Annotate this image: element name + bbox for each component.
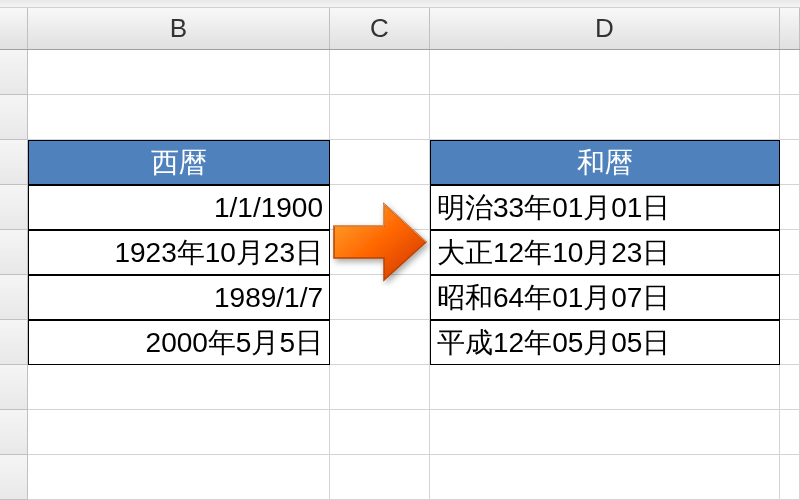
column-headers-row: B C D <box>0 8 800 50</box>
cell[interactable] <box>430 95 780 140</box>
row-header[interactable] <box>0 275 28 320</box>
row-header[interactable] <box>0 95 28 140</box>
cell[interactable] <box>330 320 430 365</box>
west-date-cell[interactable]: 1923年10月23日 <box>28 230 330 275</box>
cell[interactable] <box>330 140 430 185</box>
west-calendar-header[interactable]: 西暦 <box>28 140 330 185</box>
row-header[interactable] <box>0 230 28 275</box>
cell[interactable] <box>780 185 800 230</box>
cell[interactable] <box>780 230 800 275</box>
table-row <box>0 410 800 455</box>
spreadsheet-grid[interactable]: B C D 西暦 和暦 <box>0 8 800 500</box>
column-header-C[interactable]: C <box>330 8 430 49</box>
cell[interactable] <box>780 455 800 500</box>
row-header[interactable] <box>0 455 28 500</box>
table-row <box>0 50 800 95</box>
cell[interactable] <box>28 410 330 455</box>
cell[interactable] <box>330 365 430 410</box>
row-header[interactable] <box>0 140 28 185</box>
west-date-cell[interactable]: 1/1/1900 <box>28 185 330 230</box>
cell[interactable] <box>780 50 800 95</box>
cell[interactable] <box>330 95 430 140</box>
column-header-B[interactable]: B <box>28 8 330 49</box>
column-header-D[interactable]: D <box>430 8 780 49</box>
cell[interactable] <box>28 95 330 140</box>
cell[interactable] <box>28 50 330 95</box>
table-row <box>0 455 800 500</box>
cell[interactable] <box>330 50 430 95</box>
row-header[interactable] <box>0 185 28 230</box>
cell[interactable] <box>330 410 430 455</box>
window-top-bar <box>0 0 800 8</box>
japanese-date-cell[interactable]: 明治33年01月01日 <box>430 185 780 230</box>
cell[interactable] <box>780 410 800 455</box>
row-header[interactable] <box>0 50 28 95</box>
japanese-date-cell[interactable]: 平成12年05月05日 <box>430 320 780 365</box>
japanese-date-cell[interactable]: 大正12年10月23日 <box>430 230 780 275</box>
cell[interactable] <box>430 410 780 455</box>
row-header[interactable] <box>0 410 28 455</box>
cell[interactable] <box>780 95 800 140</box>
column-header-E[interactable] <box>780 8 800 49</box>
japanese-date-cell[interactable]: 昭和64年01月07日 <box>430 275 780 320</box>
cell[interactable] <box>28 455 330 500</box>
west-date-cell[interactable]: 2000年5月5日 <box>28 320 330 365</box>
table-row: 西暦 和暦 <box>0 140 800 185</box>
table-row <box>0 365 800 410</box>
table-row: 2000年5月5日 平成12年05月05日 <box>0 320 800 365</box>
cell[interactable] <box>430 365 780 410</box>
row-header[interactable] <box>0 320 28 365</box>
select-all-corner[interactable] <box>0 8 28 49</box>
arrow-right-icon[interactable] <box>326 192 434 292</box>
cell[interactable] <box>780 140 800 185</box>
row-header[interactable] <box>0 365 28 410</box>
table-row <box>0 95 800 140</box>
west-date-cell[interactable]: 1989/1/7 <box>28 275 330 320</box>
cell[interactable] <box>430 455 780 500</box>
cell[interactable] <box>780 275 800 320</box>
cell[interactable] <box>28 365 330 410</box>
cell[interactable] <box>430 50 780 95</box>
cell[interactable] <box>780 365 800 410</box>
japanese-calendar-header[interactable]: 和暦 <box>430 140 780 185</box>
cell[interactable] <box>330 455 430 500</box>
cell[interactable] <box>780 320 800 365</box>
